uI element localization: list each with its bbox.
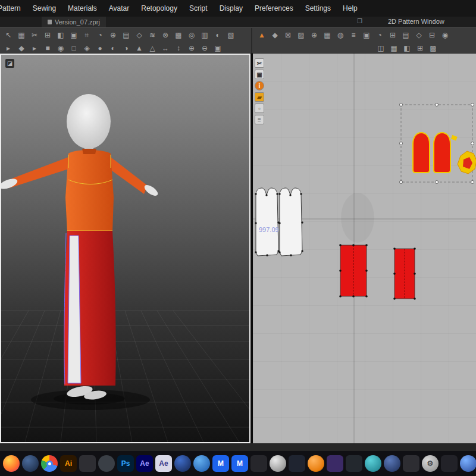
dock-app-dark-6[interactable] — [403, 455, 419, 472]
dock-app-teal[interactable] — [365, 455, 381, 472]
toolbar-icon-row1_left-6[interactable]: ⌗ — [81, 30, 93, 40]
dock-app-dark-5[interactable] — [346, 455, 362, 472]
dock-sphere-dark[interactable] — [22, 455, 39, 472]
toolbar-icon-row1_left-5[interactable]: ▣ — [68, 30, 80, 40]
toolbar-icon-row1_right-3[interactable]: ▨ — [295, 30, 307, 40]
toolbar-icon-row2_right-4[interactable]: ▩ — [427, 43, 439, 54]
garment-sleeve-right[interactable] — [109, 157, 148, 194]
side-tool-2[interactable]: i — [255, 81, 264, 90]
toolbar-icon-row1_left-3[interactable]: ⊞ — [42, 30, 54, 40]
toolbar-icon-row2_left-2[interactable]: ▸ — [29, 43, 40, 54]
toolbar-icon-row2_left-0[interactable]: ▸ — [2, 43, 14, 54]
toolbar-icon-row1_right-4[interactable]: ⊕ — [308, 30, 320, 40]
toolbar-icon-row1_right-5[interactable]: ▦ — [321, 30, 333, 40]
pattern-pants-1[interactable] — [255, 188, 279, 256]
toolbar-icon-row1_left-8[interactable]: ⊕ — [107, 30, 119, 40]
side-tool-5[interactable]: ≡ — [255, 115, 264, 124]
dock-app-dark-7[interactable] — [441, 455, 458, 472]
toolbar-icon-row2_right-3[interactable]: ⊞ — [414, 43, 426, 54]
toolbar-icon-row1_right-14[interactable]: ◉ — [439, 30, 451, 40]
toolbar-icon-row1_left-1[interactable]: ▦ — [15, 30, 27, 40]
menu-preferences[interactable]: Preferences — [249, 0, 299, 17]
toolbar-icon-row1_right-1[interactable]: ◆ — [269, 30, 281, 40]
dock-settings-gear[interactable]: ⚙ — [422, 455, 439, 472]
toolbar-icon-row2_left-9[interactable]: ◑ — [120, 43, 132, 54]
toolbar-icon-row2_left-10[interactable]: ▲ — [133, 43, 145, 54]
avatar[interactable] — [1, 94, 159, 401]
dock-after-effects[interactable]: Ae — [136, 455, 153, 472]
3d-viewport[interactable]: ◪ — [0, 54, 250, 443]
pattern-rect-1[interactable] — [339, 244, 368, 298]
pattern-sleeve-2[interactable] — [434, 133, 450, 173]
toolbar-icon-row1_left-2[interactable]: ✂ — [29, 30, 40, 40]
dock-app-blue[interactable] — [193, 455, 210, 472]
side-tool-0[interactable]: ✂ — [255, 58, 264, 68]
toolbar-icon-row2_left-12[interactable]: ↔ — [159, 43, 171, 54]
toolbar-icon-row1_left-11[interactable]: ≋ — [146, 30, 158, 40]
dock-app-purple[interactable] — [327, 455, 343, 472]
toolbar-icon-row1_left-9[interactable]: ▤ — [120, 30, 132, 40]
toolbar-icon-row2_left-14[interactable]: ⊕ — [186, 43, 198, 54]
toolbar-icon-row1_left-17[interactable]: ▧ — [225, 30, 237, 40]
pattern-rect-2[interactable] — [393, 248, 416, 300]
toolbar-icon-row1_left-14[interactable]: ◎ — [186, 30, 198, 40]
pattern-pants-2[interactable] — [278, 188, 303, 256]
2d-pattern-canvas[interactable]: 997.09 — [253, 54, 476, 443]
dock-blender[interactable] — [308, 455, 324, 472]
toolbar-icon-row1_left-10[interactable]: ◇ — [133, 30, 145, 40]
toolbar-icon-row1_left-15[interactable]: ▥ — [199, 30, 211, 40]
toolbar-icon-row2_left-7[interactable]: ● — [94, 43, 106, 54]
toolbar-icon-row2_left-4[interactable]: ◉ — [55, 43, 67, 54]
toolbar-icon-row2_left-8[interactable]: ◐ — [107, 43, 119, 54]
toolbar-icon-row1_left-4[interactable]: ◧ — [55, 30, 67, 40]
dock-chrome[interactable] — [41, 455, 58, 472]
toolbar-icon-row1_right-10[interactable]: ⊞ — [387, 30, 399, 40]
menu-retopology[interactable]: Retopology — [135, 0, 183, 17]
window-layout-icon[interactable]: ❐ — [357, 18, 362, 24]
dock-app-dark-4[interactable] — [289, 455, 305, 472]
toolbar-icon-row1_right-0[interactable]: ▲ — [256, 30, 268, 40]
toolbar-icon-row1_left-16[interactable]: ◐ — [212, 30, 224, 40]
toolbar-icon-row2_left-3[interactable]: ■ — [42, 43, 54, 54]
toolbar-icon-row2_left-13[interactable]: ↕ — [173, 43, 184, 54]
dock-app-m1[interactable]: M — [212, 455, 229, 472]
side-tool-1[interactable]: ▣ — [255, 70, 264, 79]
toolbar-icon-row2_left-6[interactable]: ◈ — [81, 43, 93, 54]
dock-photoshop[interactable]: Ps — [117, 455, 134, 472]
3d-scene[interactable] — [1, 55, 249, 442]
garment-top[interactable] — [65, 150, 114, 232]
toolbar-icon-row1_right-8[interactable]: ▣ — [361, 30, 372, 40]
toolbar-icon-row2_left-15[interactable]: ⊖ — [199, 43, 211, 54]
toolbar-icon-row2_right-0[interactable]: ◫ — [375, 43, 387, 54]
dock-illustrator[interactable]: Ai — [60, 455, 77, 472]
dock-sphere-gray[interactable] — [270, 455, 286, 472]
toolbar-icon-row1_right-12[interactable]: ◇ — [413, 30, 425, 40]
toolbar-icon-row2_left-11[interactable]: △ — [146, 43, 158, 54]
toolbar-icon-row2_left-16[interactable]: ▣ — [212, 43, 224, 54]
dock-firefox[interactable] — [3, 455, 20, 472]
dock-app-navy[interactable] — [174, 455, 191, 472]
menu-script[interactable]: Script — [183, 0, 214, 17]
dock-app-m2[interactable]: M — [231, 455, 248, 472]
pant-panel[interactable] — [68, 236, 81, 383]
toolbar-icon-row1_right-11[interactable]: ▤ — [400, 30, 412, 40]
toolbar-icon-row2_right-2[interactable]: ◧ — [401, 43, 413, 54]
toolbar-icon-row1_right-13[interactable]: ⊟ — [426, 30, 438, 40]
toolbar-icon-row2_left-1[interactable]: ◆ — [15, 43, 27, 54]
menu-avatar[interactable]: Avatar — [103, 0, 135, 17]
dock-after-effects-light[interactable]: Ae — [155, 455, 172, 472]
toolbar-icon-row1_left-13[interactable]: ▩ — [173, 30, 184, 40]
toolbar-icon-row1_right-7[interactable]: ≡ — [347, 30, 359, 40]
dock-app-dark-1[interactable] — [79, 455, 96, 472]
document-tab[interactable]: Version_07.zprj — [42, 17, 106, 27]
toolbar-icon-row1_left-7[interactable]: ◔ — [94, 30, 106, 40]
dock-sphere-navy-2[interactable] — [384, 455, 400, 472]
toolbar-icon-row1_right-9[interactable]: ◔ — [374, 30, 386, 40]
2d-pattern-viewport[interactable]: ✂▣i▰▫≡ — [253, 54, 476, 443]
dock-app-dark-2[interactable] — [98, 455, 115, 472]
garment-sleeve-left[interactable] — [10, 157, 68, 188]
menu-help[interactable]: Help — [337, 0, 364, 17]
menu-display[interactable]: Display — [214, 0, 249, 17]
menu-pattern[interactable]: Pattern — [0, 0, 27, 17]
menu-settings[interactable]: Settings — [299, 0, 337, 17]
